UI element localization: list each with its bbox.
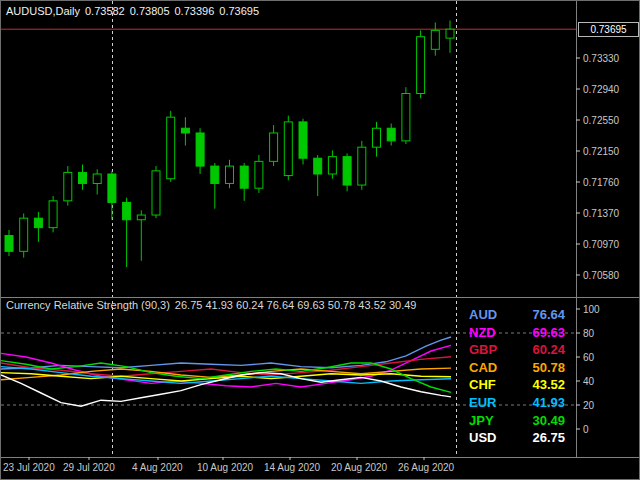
legend-currency-value: 69.63 [532,324,565,342]
legend-row-nzd: NZD69.63 [469,324,565,342]
indicator-values: 26.75 41.93 60.24 76.64 69.63 50.78 43.5… [175,299,417,311]
strength-legend: AUD76.64NZD69.63GBP60.24CAD50.78CHF43.52… [469,306,565,447]
legend-currency-value: 30.49 [532,412,565,430]
current-price-label: 0.73695 [578,22,639,37]
legend-currency-value: 26.75 [532,429,565,447]
legend-row-chf: CHF43.52 [469,376,565,394]
indicator-title: Currency Relative Strength (90,3) [6,299,170,311]
chart-ohlc-header: AUDUSD,Daily0.735820.738050.733960.73695 [6,5,264,17]
price-axis[interactable] [577,1,640,457]
candles [5,21,454,268]
mt4-chart-window: 0.733300.729400.725500.721500.717600.713… [0,0,640,480]
legend-currency-value: 76.64 [532,306,565,324]
time-axis[interactable] [1,458,577,480]
legend-currency-code: AUD [469,306,497,324]
symbol-period-label: AUDUSD,Daily [6,5,80,17]
legend-currency-code: NZD [469,324,496,342]
low-value: 0.73396 [175,5,215,17]
legend-currency-code: USD [469,429,496,447]
legend-row-aud: AUD76.64 [469,306,565,324]
legend-currency-value: 60.24 [532,341,565,359]
legend-currency-code: EUR [469,394,496,412]
legend-currency-code: JPY [469,412,494,430]
legend-currency-code: GBP [469,341,497,359]
legend-row-cad: CAD50.78 [469,359,565,377]
legend-row-eur: EUR41.93 [469,394,565,412]
close-value: 0.73695 [219,5,259,17]
open-value: 0.73582 [85,5,125,17]
legend-currency-value: 41.93 [532,394,565,412]
legend-row-jpy: JPY30.49 [469,412,565,430]
legend-row-usd: USD26.75 [469,429,565,447]
high-value: 0.73805 [130,5,170,17]
legend-currency-value: 43.52 [532,376,565,394]
legend-row-gbp: GBP60.24 [469,341,565,359]
indicator-header: Currency Relative Strength (90,3)26.75 4… [6,299,421,311]
legend-currency-value: 50.78 [532,359,565,377]
legend-currency-code: CAD [469,359,497,377]
legend-currency-code: CHF [469,376,496,394]
strength-lines [1,337,451,406]
